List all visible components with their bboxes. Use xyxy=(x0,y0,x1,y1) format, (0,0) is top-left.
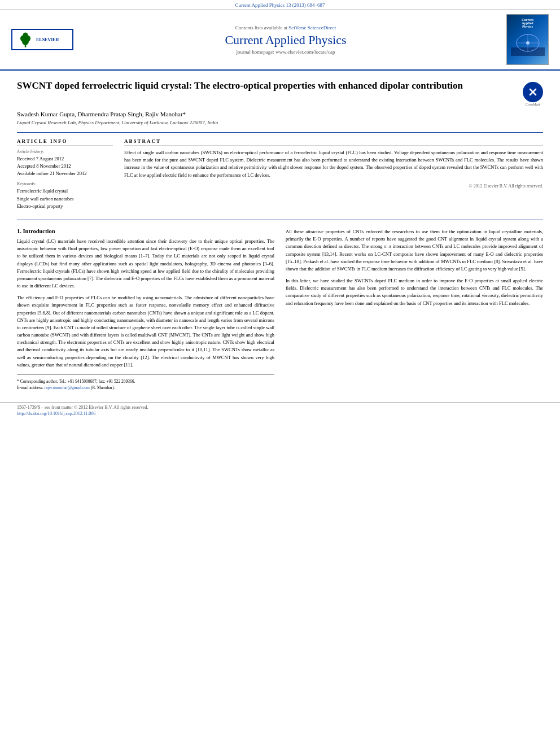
article-info-heading: ARTICLE INFO xyxy=(17,138,113,146)
content-area: SWCNT doped ferroelectric liquid crystal… xyxy=(0,71,560,402)
footer-doi-link[interactable]: http://dx.doi.org/10.1016/j.cap.2012.11.… xyxy=(17,411,543,416)
journal-title: Current Applied Physics xyxy=(73,33,498,47)
elsevier-tree-icon xyxy=(17,31,34,48)
info-abstract-row: ARTICLE INFO Article history: Received 7… xyxy=(17,132,543,211)
title-row: SWCNT doped ferroelectric liquid crystal… xyxy=(17,80,543,106)
journal-cover-area: CurrentAppliedPhysics xyxy=(498,14,549,65)
svg-point-9 xyxy=(526,41,530,45)
crossmark-label: CrossMark xyxy=(523,103,543,106)
elsevier-brand-text: ELSEVIER xyxy=(36,37,59,42)
crossmark-badge: CrossMark xyxy=(523,82,543,106)
abstract-text: Effect of single wall carbon nanotubes (… xyxy=(124,149,543,179)
footnote-corresponding: * Corresponding author. Tel.: +91 941500… xyxy=(17,378,274,385)
accepted-date: Accepted 8 November 2012 xyxy=(17,163,113,170)
keyword-1: Ferroelectric liquid crystal xyxy=(17,187,113,195)
journal-header: ELSEVIER Contents lists available at Sci… xyxy=(0,10,560,71)
email-label: E-mail address: xyxy=(17,385,43,390)
footnote-section: * Corresponding author. Tel.: +91 941500… xyxy=(17,374,274,391)
crossmark-icon xyxy=(523,82,543,102)
keyword-2: Single wall carbon nanotubes xyxy=(17,195,113,203)
copyright-notice: © 2012 Elsevier B.V. All rights reserved… xyxy=(124,184,543,189)
affiliation-line: Liquid Crystal Research Lab, Physics Dep… xyxy=(17,120,543,125)
history-label: Article history: xyxy=(17,149,113,154)
main-body-columns: 1. Introduction Liquid crystal (LC) mate… xyxy=(17,228,543,391)
journal-homepage: journal homepage: www.elsevier.com/locat… xyxy=(73,49,498,55)
abstract-heading: ABSTRACT xyxy=(124,138,543,146)
journal-title-area: Contents lists available at SciVerse Sci… xyxy=(73,25,498,55)
section-divider xyxy=(17,220,543,220)
authors-line: Swadesh Kumar Gupta, Dharmendra Pratap S… xyxy=(17,111,543,117)
cover-graphic xyxy=(511,30,545,56)
elsevier-logo-box: ELSEVIER xyxy=(11,29,73,50)
crossmark-svg xyxy=(527,86,539,98)
keyword-3: Electro-optical property xyxy=(17,203,113,211)
available-online-date: Available online 21 November 2012 xyxy=(17,170,113,177)
journal-cover-image: CurrentAppliedPhysics xyxy=(506,14,549,65)
footer-issn: 1567-1739/$ – see front matter © 2012 El… xyxy=(17,405,543,410)
intro-heading-text: 1. Introduction xyxy=(17,228,55,234)
right-paragraph-1: All these attractive properties of CNTs … xyxy=(286,228,543,273)
keywords-label: Keywords: xyxy=(17,181,113,186)
introduction-heading: 1. Introduction xyxy=(17,228,274,234)
sciverse-line: Contents lists available at SciVerse Sci… xyxy=(73,25,498,30)
article-info-panel: ARTICLE INFO Article history: Received 7… xyxy=(17,138,113,211)
sciverse-link[interactable]: SciVerse ScienceDirect xyxy=(288,25,336,30)
article-title: SWCNT doped ferroelectric liquid crystal… xyxy=(17,80,517,92)
cover-title-text: CurrentAppliedPhysics xyxy=(522,18,533,28)
email-link[interactable]: rajiv.manohar@gmail.com xyxy=(45,385,90,390)
svg-point-4 xyxy=(23,32,28,39)
journal-citation: Current Applied Physics 13 (2013) 684–68… xyxy=(235,2,325,8)
intro-paragraph-1: Liquid crystal (LC) materials have recei… xyxy=(17,238,274,290)
right-paragraph-2: In this letter, we have studied the SWCN… xyxy=(286,277,543,307)
email-name: (R. Manohar). xyxy=(91,385,115,390)
footnote-corresponding-text: * Corresponding author. Tel.: +91 941500… xyxy=(17,379,135,384)
journal-citation-bar: Current Applied Physics 13 (2013) 684–68… xyxy=(0,0,560,10)
footnote-email: E-mail address: rajiv.manohar@gmail.com … xyxy=(17,385,274,391)
left-body-column: 1. Introduction Liquid crystal (LC) mate… xyxy=(17,228,274,391)
right-body-column: All these attractive properties of CNTs … xyxy=(286,228,543,391)
elsevier-logo-section: ELSEVIER xyxy=(11,29,73,50)
contents-label: Contents lists available at xyxy=(235,25,287,30)
author-names: Swadesh Kumar Gupta, Dharmendra Pratap S… xyxy=(17,111,186,117)
abstract-panel: ABSTRACT Effect of single wall carbon na… xyxy=(124,138,543,211)
received-date: Received 7 August 2012 xyxy=(17,155,113,163)
page-footer: 1567-1739/$ – see front matter © 2012 El… xyxy=(0,402,560,418)
intro-paragraph-2: The efficiency and E-O properties of FLC… xyxy=(17,294,274,369)
